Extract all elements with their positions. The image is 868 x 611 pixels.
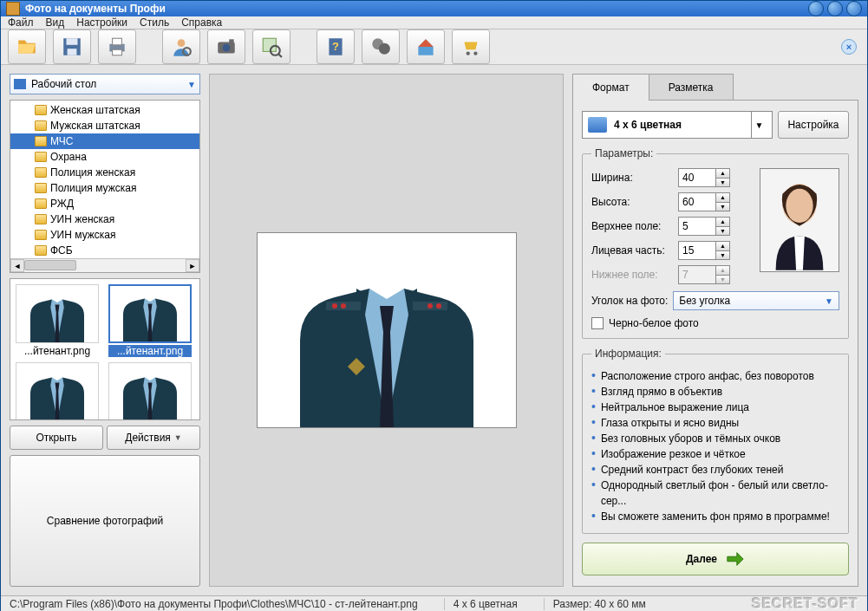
format-select[interactable]: 4 x 6 цветная ▼ (582, 111, 773, 139)
next-button[interactable]: Далее (582, 543, 849, 575)
chevron-down-icon: ▼ (751, 112, 767, 138)
zoom-icon[interactable] (252, 29, 290, 64)
home-icon[interactable] (407, 29, 445, 64)
corner-select[interactable]: Без уголка ▼ (673, 291, 839, 310)
tree-item-label: УИН женская (50, 213, 114, 225)
window-title: Фото на документы Профи (25, 3, 808, 15)
help-book-icon[interactable]: ? (317, 29, 355, 64)
actions-button[interactable]: Действия▼ (107, 426, 200, 450)
info-fieldset: Информация: Расположение строго анфас, б… (582, 348, 849, 534)
tree-item[interactable]: Полиция женская (10, 165, 199, 180)
example-photo (760, 168, 839, 272)
height-spinner[interactable]: 60▲▼ (678, 192, 730, 211)
preview-panel (209, 74, 564, 587)
cart-icon[interactable] (452, 29, 490, 64)
height-label: Высота: (591, 196, 678, 208)
info-item: Однородный светлый фон - белый или светл… (591, 478, 839, 509)
status-format: 4 x 6 цветная (444, 598, 518, 610)
folder-icon (35, 120, 47, 131)
minimize-button[interactable] (808, 1, 824, 16)
thumbnail-image (16, 284, 99, 343)
titlebar: Фото на документы Профи (1, 1, 867, 16)
status-size: Размер: 40 x 60 мм (544, 598, 646, 610)
info-item: Изображение резкое и чёткое (591, 446, 839, 462)
thumbnail[interactable]: 12 - майор.png (108, 362, 192, 420)
svg-rect-11 (263, 38, 276, 51)
bw-label: Черно-белое фото (609, 317, 699, 329)
menu-settings[interactable]: Настройки (76, 16, 127, 29)
svg-point-9 (223, 44, 231, 52)
info-legend: Информация: (591, 348, 665, 360)
tree-item-label: Женская штатская (50, 104, 140, 116)
folder-combo[interactable]: Рабочий стол ▼ (10, 74, 200, 94)
menu-style[interactable]: Стиль (140, 16, 169, 29)
info-item: Вы сможете заменить фон прямо в программ… (591, 509, 839, 524)
tree-item[interactable]: РЖД (10, 196, 199, 211)
tab-body: 4 x 6 цветная ▼ Настройка Параметры: Шир… (572, 100, 858, 587)
thumbnail-image (16, 362, 99, 420)
info-item: Средний контраст без глубоких теней (591, 462, 839, 478)
folder-combo-label: Рабочий стол (31, 78, 96, 90)
info-item: Расположение строго анфас, без поворотов (591, 368, 839, 384)
svg-rect-5 (113, 49, 122, 55)
top-spinner[interactable]: 5▲▼ (678, 217, 730, 236)
close-button[interactable] (846, 1, 862, 16)
folder-icon (35, 214, 47, 224)
tree-item[interactable]: ФСБ (10, 243, 199, 258)
width-spinner[interactable]: 40▲▼ (678, 168, 730, 187)
maximize-button[interactable] (827, 1, 843, 16)
camera-icon[interactable] (207, 29, 245, 64)
next-label: Далее (686, 553, 717, 565)
svg-point-19 (473, 51, 477, 55)
tree-hscrollbar[interactable]: ◄► (10, 258, 199, 272)
thumbnail-caption: ...йтенант.png (16, 345, 99, 357)
settings-button[interactable]: Настройка (778, 111, 849, 139)
thumbnail[interactable]: ...йтенант.png (16, 284, 99, 357)
svg-point-30 (427, 303, 433, 309)
save-icon[interactable] (53, 29, 91, 64)
tree-item[interactable]: МЧС (10, 133, 199, 149)
tree-item[interactable]: Полиция мужская (10, 180, 199, 196)
panel-close-icon[interactable]: × (841, 39, 857, 55)
folder-tree: Женская штатскаяМужская штатскаяМЧСОхран… (10, 100, 200, 273)
thumbnail[interactable]: ...йтенант.png (108, 284, 192, 357)
corner-select-value: Без уголка (679, 295, 730, 307)
tree-item[interactable]: УИН женская (10, 211, 199, 227)
folder-icon (35, 136, 47, 146)
svg-point-34 (786, 189, 813, 223)
tab-layout[interactable]: Разметка (649, 74, 734, 101)
open-button[interactable]: Открыть (10, 426, 103, 450)
svg-point-29 (341, 303, 346, 309)
open-icon[interactable] (8, 29, 46, 64)
corner-label: Уголок на фото: (591, 295, 668, 307)
folder-icon (35, 183, 47, 193)
format-select-label: 4 x 6 цветная (614, 119, 682, 131)
app-window: Фото на документы Профи Файл Вид Настрой… (0, 0, 868, 611)
tree-item-label: РЖД (50, 198, 74, 210)
bw-checkbox[interactable] (591, 317, 604, 329)
folder-icon (35, 245, 47, 256)
tree-item[interactable]: Женская штатская (10, 102, 199, 118)
menu-help[interactable]: Справка (181, 16, 222, 29)
tree-item[interactable]: Мужская штатская (10, 118, 199, 133)
window-controls (808, 1, 862, 16)
tab-format[interactable]: Формат (572, 74, 649, 101)
compare-button[interactable]: Сравнение фотографий (10, 455, 200, 587)
tree-item[interactable]: УИН мужская (10, 227, 199, 243)
menu-file[interactable]: Файл (8, 16, 34, 29)
menu-view[interactable]: Вид (46, 16, 65, 29)
svg-line-13 (279, 55, 282, 57)
film-icon[interactable] (362, 29, 400, 64)
svg-point-17 (379, 43, 390, 55)
tree-item[interactable]: Охрана (10, 149, 199, 165)
status-path: C:\Program Files (x86)\Фото на документы… (10, 598, 418, 610)
print-icon[interactable] (98, 29, 136, 64)
face-spinner[interactable]: 15▲▼ (678, 241, 730, 260)
folder-icon (35, 167, 47, 178)
main-area: Рабочий стол ▼ Женская штатскаяМужская ш… (1, 65, 867, 595)
info-item: Взгляд прямо в объектив (591, 384, 839, 400)
person-icon[interactable] (162, 29, 200, 64)
tabs: Формат Разметка (572, 74, 858, 101)
folder-icon (35, 152, 47, 162)
thumbnail[interactable]: ... капитан.png (16, 362, 99, 420)
